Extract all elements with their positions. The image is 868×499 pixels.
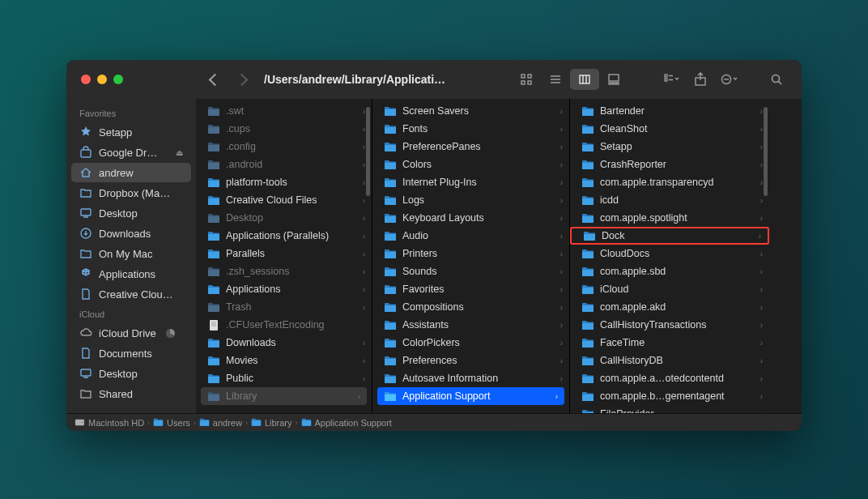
folder-row[interactable]: CleanShot›: [570, 120, 769, 138]
sidebar-item-label: On My Mac: [99, 248, 152, 260]
folder-row[interactable]: Compositions›: [372, 298, 569, 316]
sidebar-item[interactable]: Applications: [71, 264, 191, 284]
sidebar-item[interactable]: andrew: [71, 163, 191, 182]
folder-row[interactable]: Autosave Information›: [372, 369, 569, 387]
sidebar-item[interactable]: On My Mac: [71, 244, 191, 263]
sidebar-item[interactable]: Documents: [71, 343, 191, 363]
share-button[interactable]: [688, 69, 713, 90]
scrollbar[interactable]: [366, 107, 370, 196]
folder-row[interactable]: Bartender›: [570, 102, 769, 120]
icon-view-button[interactable]: [512, 69, 541, 90]
folder-row[interactable]: Setapp›: [570, 138, 769, 156]
folder-row[interactable]: Desktop›: [196, 209, 372, 227]
path-segment[interactable]: Library: [251, 418, 292, 428]
folder-row[interactable]: Internet Plug-Ins›: [372, 173, 569, 191]
search-button[interactable]: [764, 69, 789, 90]
folder-row[interactable]: .swt›: [196, 102, 372, 120]
folder-row[interactable]: com.apple.akd›: [570, 298, 769, 316]
action-button[interactable]: [717, 69, 742, 90]
zoom-button[interactable]: [113, 75, 123, 84]
folder-row[interactable]: .android›: [196, 156, 372, 173]
folder-icon: [384, 373, 397, 384]
folder-row[interactable]: Public›: [196, 369, 372, 387]
row-label: PreferencePanes: [402, 141, 555, 152]
folder-row[interactable]: Preferences›: [372, 352, 569, 369]
forward-button[interactable]: [236, 73, 249, 86]
folder-row[interactable]: .CFUserTextEncoding: [196, 316, 372, 334]
folder-row[interactable]: Colors›: [372, 156, 569, 173]
list-view-button[interactable]: [541, 69, 570, 90]
folder-row[interactable]: Audio›: [372, 227, 569, 245]
folder-row[interactable]: platform-tools›: [196, 173, 372, 191]
folder-icon: [384, 284, 397, 295]
row-label: CallHistoryTransactions: [600, 319, 755, 331]
folder-row[interactable]: Creative Cloud Files›: [196, 191, 372, 209]
close-button[interactable]: [81, 75, 91, 84]
folder-row[interactable]: Downloads›: [196, 334, 372, 352]
path-segment[interactable]: Application Support: [301, 418, 392, 428]
sidebar-item[interactable]: Desktop: [71, 203, 191, 223]
sidebar-item-label: Downloads: [99, 228, 151, 240]
back-button[interactable]: [209, 73, 222, 86]
folder-row[interactable]: Favorites›: [372, 280, 569, 298]
svg-point-22: [727, 79, 729, 80]
sidebar-item[interactable]: Setapp: [71, 122, 191, 142]
folder-row[interactable]: com.apple.b…gementagent›: [570, 387, 769, 405]
folder-row[interactable]: CallHistoryTransactions›: [570, 316, 769, 334]
sidebar-item[interactable]: Google Dr…⏏: [71, 143, 191, 162]
path-segment[interactable]: Users: [153, 418, 190, 428]
folder-row[interactable]: CallHistoryDB›: [570, 352, 769, 369]
folder-row[interactable]: CloudDocs›: [570, 245, 769, 262]
scrollbar[interactable]: [764, 107, 768, 196]
minimize-button[interactable]: [97, 75, 107, 84]
row-label: Movies: [226, 355, 357, 366]
folder-row[interactable]: Screen Savers›: [372, 102, 569, 120]
chevron-right-icon: ›: [760, 143, 763, 151]
row-label: Setapp: [600, 141, 755, 152]
folder-row[interactable]: Logs›: [372, 191, 569, 209]
folder-row[interactable]: Applications›: [196, 280, 372, 298]
folder-row[interactable]: Sounds›: [372, 262, 569, 280]
folder-row[interactable]: FaceTime›: [570, 334, 769, 352]
folder-row[interactable]: Assistants›: [372, 316, 569, 334]
eject-icon[interactable]: ⏏: [176, 148, 183, 157]
sidebar-item[interactable]: iCloud Drive: [71, 323, 191, 343]
sidebar-item[interactable]: Creative Clou…: [71, 284, 191, 304]
folder-row[interactable]: ColorPickers›: [372, 334, 569, 352]
folder-row[interactable]: Printers›: [372, 245, 569, 262]
sidebar-item[interactable]: Downloads: [71, 224, 191, 243]
folder-row[interactable]: Application Support›: [377, 387, 564, 405]
column-view-button[interactable]: [570, 69, 599, 90]
folder-row[interactable]: PreferencePanes›: [372, 138, 569, 156]
sidebar-item[interactable]: Desktop: [71, 364, 191, 383]
folder-row[interactable]: CrashReporter›: [570, 156, 769, 173]
path-segment[interactable]: Macintosh HD: [74, 418, 144, 428]
folder-row[interactable]: Keyboard Layouts›: [372, 209, 569, 227]
folder-row[interactable]: com.apple.a…otedcontentd›: [570, 369, 769, 387]
folder-row[interactable]: Trash›: [196, 298, 372, 316]
folder-row[interactable]: iCloud›: [570, 280, 769, 298]
folder-row[interactable]: Library›: [201, 387, 367, 405]
folder-row[interactable]: FileProvider›: [570, 405, 769, 413]
folder-row[interactable]: Parallels›: [196, 245, 372, 262]
folder-row[interactable]: Dock›: [570, 227, 769, 245]
folder-row[interactable]: com.apple.spotlight›: [570, 209, 769, 227]
folder-row[interactable]: Movies›: [196, 352, 372, 369]
folder-row[interactable]: Applications (Parallels)›: [196, 227, 372, 245]
row-label: Autosave Information: [402, 373, 555, 384]
group-button[interactable]: [659, 69, 683, 90]
folder-row[interactable]: .config›: [196, 138, 372, 156]
gallery-view-button[interactable]: [599, 69, 628, 90]
folder-row[interactable]: com.apple.transparencyd›: [570, 173, 769, 191]
sidebar-item[interactable]: Shared: [71, 384, 191, 403]
folder-row[interactable]: icdd›: [570, 191, 769, 209]
path-segment[interactable]: andrew: [199, 418, 242, 428]
sidebar-item[interactable]: Dropbox (Ma…: [71, 183, 191, 203]
row-label: Sounds: [402, 266, 555, 277]
chevron-right-icon: ›: [760, 107, 763, 116]
folder-row[interactable]: .zsh_sessions›: [196, 262, 372, 280]
folder-row[interactable]: Fonts›: [372, 120, 569, 138]
folder-row[interactable]: .cups›: [196, 120, 372, 138]
folder-row[interactable]: com.apple.sbd›: [570, 262, 769, 280]
chevron-right-icon: ›: [760, 392, 763, 401]
